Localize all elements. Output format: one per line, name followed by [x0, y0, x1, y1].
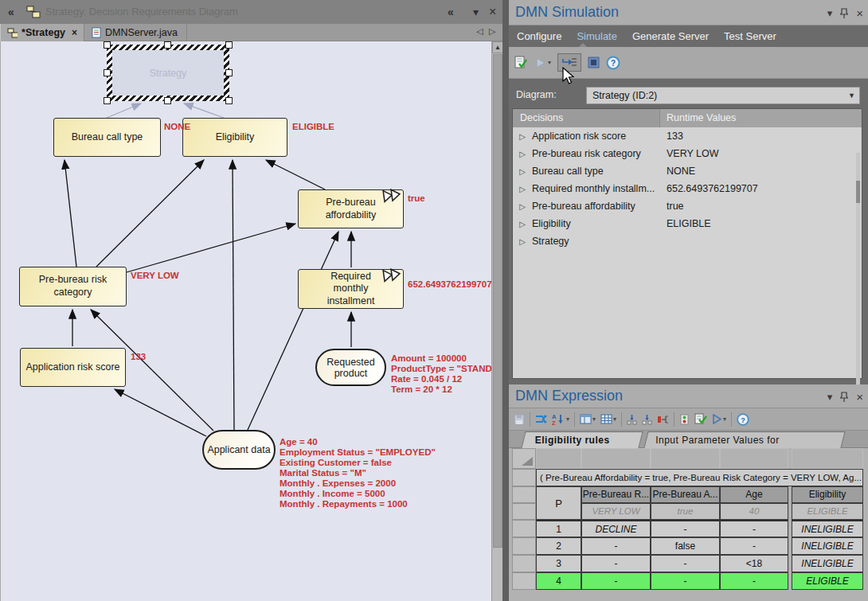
rule-output-cell-matched[interactable]: ELIGIBLE [792, 572, 863, 590]
rule-output-cell[interactable]: INELIGIBLE [792, 537, 863, 555]
run-expression-icon[interactable]: ▾ [712, 414, 726, 424]
rule-input-cell[interactable]: false [651, 537, 720, 555]
expander-icon[interactable]: ▷ [513, 220, 532, 228]
resize-handle[interactable] [225, 97, 233, 104]
rule-input-cell[interactable]: - [651, 555, 720, 572]
expander-icon[interactable]: ▷ [513, 150, 532, 158]
rule-number-cell-matched[interactable]: 4 [536, 572, 581, 590]
node-bureau-call-type[interactable]: Bureau call type [53, 118, 161, 157]
help-icon[interactable]: ? [606, 56, 620, 70]
scroll-up-icon[interactable]: ▲ [492, 41, 503, 53]
pin-icon[interactable] [840, 8, 848, 18]
insert-row-below-icon[interactable] [642, 414, 652, 425]
expander-icon[interactable]: ▷ [513, 237, 532, 246]
column-header[interactable]: Age [720, 486, 788, 503]
expander-icon[interactable]: ▷ [513, 132, 532, 141]
resize-handle[interactable] [225, 69, 233, 76]
node-application-risk-score[interactable]: Application risk score [20, 348, 126, 387]
rule-input-cell-matched[interactable]: - [720, 572, 788, 590]
table-row[interactable]: ▷EligibilityELIGIBLE [513, 215, 862, 232]
node-requested-product[interactable]: Requested product [315, 349, 386, 386]
panel-splitter[interactable] [502, 0, 509, 601]
row-header[interactable] [512, 555, 536, 572]
tab-close-icon[interactable]: × [72, 27, 77, 38]
diagram-select[interactable]: Strategy (ID:2) ▼ [586, 87, 860, 104]
rule-input-cell[interactable]: - [651, 520, 720, 537]
merge-cells-icon[interactable] [657, 415, 669, 424]
table-row[interactable]: ▷Application risk score133 [513, 127, 862, 145]
column-runtime-values[interactable]: Runtime Values [660, 109, 862, 127]
canvas-vertical-scrollbar[interactable]: ▲ [491, 41, 502, 601]
rule-output-cell[interactable]: INELIGIBLE [792, 555, 863, 572]
panel-close-icon[interactable]: × [856, 390, 863, 404]
resize-handle[interactable] [164, 97, 171, 104]
row-header[interactable] [512, 486, 536, 503]
rule-input-cell-matched[interactable]: - [651, 572, 720, 590]
rule-number-cell[interactable]: 2 [536, 537, 581, 555]
tab-scroll-left-icon[interactable]: ◁ [476, 26, 483, 37]
panel-menu-icon[interactable]: ▾ [827, 391, 833, 403]
tab-configure[interactable]: Configure [517, 30, 561, 42]
switch-io-icon[interactable] [535, 414, 547, 424]
rule-output-cell[interactable]: INELIGIBLE [792, 520, 863, 537]
row-header[interactable] [512, 520, 536, 537]
tab-generate-server[interactable]: Generate Server [632, 30, 709, 42]
column-header[interactable]: Eligibility [792, 486, 863, 503]
resize-handle[interactable] [225, 41, 233, 49]
resize-handle[interactable] [164, 41, 171, 49]
rule-input-cell[interactable]: - [720, 537, 788, 555]
row-header[interactable] [512, 469, 536, 486]
hit-policy-cell[interactable]: P [536, 486, 581, 520]
help-icon[interactable]: ? [737, 413, 749, 426]
tab-simulate[interactable]: Simulate [577, 30, 617, 42]
save-icon[interactable] [514, 414, 525, 425]
table-row[interactable]: ▷Pre-bureau risk categoryVERY LOW [513, 145, 862, 162]
node-eligibility[interactable]: Eligibility [182, 118, 287, 157]
sort-icon[interactable]: AZ▾ [552, 413, 569, 425]
rule-number-cell[interactable]: 1 [536, 520, 581, 537]
collapse-left-icon[interactable]: « [8, 0, 14, 24]
tab-strategy[interactable]: *Strategy × [0, 24, 84, 41]
expander-icon[interactable]: ▷ [513, 167, 532, 176]
expander-icon[interactable]: ▷ [513, 185, 532, 193]
resize-handle[interactable] [104, 97, 111, 104]
panel-close-icon[interactable]: × [856, 6, 863, 20]
select-all-corner[interactable] [512, 448, 536, 469]
run-simulation-icon[interactable]: ▾ [534, 57, 551, 69]
rule-input-cell[interactable]: <18 [720, 555, 788, 572]
table-row[interactable]: ▷Pre-bureau affordabilitytrue [513, 197, 862, 215]
window-menu-icon[interactable]: ▾ [473, 0, 479, 24]
table-row[interactable]: ▷Required monthly installm...652.6493762… [513, 180, 862, 197]
scrollbar-thumb[interactable] [856, 181, 860, 203]
row-header[interactable] [512, 503, 536, 520]
table-row[interactable]: ▷Bureau call typeNONE [513, 162, 862, 180]
rule-number-cell[interactable]: 3 [536, 555, 581, 572]
tab-input-parameter-values[interactable]: Input Parameter Values for Simulation [643, 431, 845, 448]
tab-scroll-right-icon[interactable]: ▷ [489, 26, 495, 37]
validate-icon[interactable] [514, 56, 528, 70]
tab-eligibility-rules[interactable]: Eligibility rules [521, 431, 643, 448]
column-header[interactable]: Pre-Bureau R... [581, 486, 651, 503]
tab-dmnserver[interactable]: DMNServer.java [85, 24, 187, 41]
pin-icon[interactable] [840, 392, 848, 402]
column-header[interactable]: Pre-Bureau A... [651, 486, 720, 503]
grid-style-icon[interactable]: ▾ [600, 414, 616, 424]
table-row[interactable]: ▷Strategy [513, 232, 862, 250]
expander-icon[interactable]: ▷ [513, 202, 532, 211]
node-pre-bureau-risk-category[interactable]: Pre-bureau risk category [19, 267, 127, 306]
row-header[interactable] [512, 537, 536, 555]
rule-input-cell-matched[interactable]: - [581, 572, 651, 590]
rule-input-cell[interactable]: - [581, 555, 651, 572]
validate-icon[interactable] [694, 413, 707, 425]
column-decisions[interactable]: Decisions [513, 109, 660, 127]
scrollbar-thumb[interactable] [493, 54, 502, 548]
stop-icon[interactable] [588, 57, 600, 68]
panel-menu-icon[interactable]: ▾ [827, 7, 833, 19]
tab-test-server[interactable]: Test Server [724, 30, 776, 42]
insert-row-above-icon[interactable] [627, 414, 637, 425]
resize-handle[interactable] [104, 41, 111, 49]
node-applicant-data[interactable]: Applicant data [202, 430, 276, 470]
row-header[interactable] [512, 572, 536, 590]
diagram-canvas[interactable]: Strategy Bureau call type Eligibility Pr… [0, 41, 491, 601]
toggle-io-icon[interactable] [679, 414, 690, 425]
